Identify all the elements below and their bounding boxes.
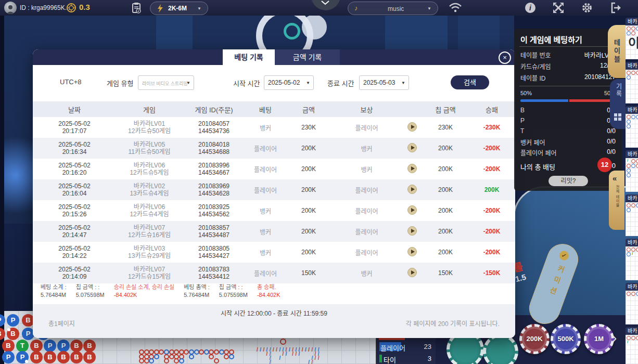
- divider: [519, 46, 617, 47]
- road-marker: B: [30, 351, 43, 363]
- tab-amount-history[interactable]: 금액 기록: [275, 49, 340, 65]
- result-stats-panel: 플레이어 23 타이 3: [376, 335, 436, 364]
- bolt-icon: [157, 4, 164, 12]
- game-cell: 바카라LV0712카드슈16게임: [116, 224, 183, 239]
- total-label: 승리 손실 소계, 승리 손실: [114, 283, 174, 291]
- replay-button[interactable]: [407, 268, 417, 277]
- bet-record-icon[interactable]: [131, 2, 142, 14]
- total-value: 5.76484M: [41, 291, 67, 299]
- mini-board[interactable]: 바카: [626, 106, 638, 148]
- mini-board-grid: 이: [626, 25, 638, 59]
- next-chips-button[interactable]: ›: [612, 330, 617, 346]
- header-cell: 금액: [286, 105, 331, 114]
- slash-road-marker: /: [292, 351, 294, 357]
- small-road-marker: [189, 354, 194, 359]
- wifi-icon[interactable]: [449, 2, 462, 14]
- bet-range-select[interactable]: 2K-6M ▼: [150, 2, 208, 15]
- chip-button-500k[interactable]: 500K: [551, 324, 581, 354]
- end-time-label: 종료 시간: [327, 78, 354, 88]
- small-road-marker: [194, 349, 199, 355]
- tab-records[interactable]: 기록: [610, 79, 626, 129]
- game-type-value: 라이브 비디오 스트리밍: [142, 80, 188, 87]
- mini-board-title: 바카: [626, 18, 638, 25]
- tie-stat-count: 3: [428, 355, 431, 362]
- mini-board[interactable]: 바카: [626, 283, 638, 324]
- mini-board[interactable]: 바카: [626, 62, 638, 103]
- end-date-select[interactable]: 2025-05-03 ▼: [359, 75, 409, 90]
- mini-board-title: 바카: [626, 283, 638, 291]
- mini-board-title: 바카: [626, 106, 638, 114]
- slash-road-marker: /: [299, 351, 300, 357]
- payout-cell: 플레이어: [331, 206, 402, 215]
- chevron-down-icon: ▼: [197, 6, 201, 11]
- result-cell: -200K: [468, 165, 515, 173]
- mini-board[interactable]: 바카/: [626, 327, 638, 364]
- mini-board[interactable]: 바카/: [626, 150, 638, 192]
- tab-tables[interactable]: 테이블: [608, 25, 626, 78]
- road-marker: [636, 115, 638, 119]
- fullscreen-icon[interactable]: [553, 2, 564, 14]
- logout-icon[interactable]: [610, 2, 621, 14]
- tab-bet-history[interactable]: 베팅 기록: [223, 49, 275, 65]
- replay-button[interactable]: [407, 185, 417, 194]
- table-row: 2025-05-0220:14:22바카라LV0313카드슈29게임201083…: [33, 242, 515, 263]
- studio-panel: [385, 16, 448, 50]
- replay-button[interactable]: [407, 247, 417, 256]
- bet-cell: 뱅커: [245, 206, 286, 215]
- total-label: 칩 금액 : :: [219, 283, 248, 291]
- mini-board[interactable]: 바카이: [626, 18, 638, 59]
- avatar[interactable]: [4, 2, 17, 14]
- collapse-topbar-button[interactable]: [311, 0, 340, 10]
- replay-button[interactable]: [407, 226, 417, 236]
- game-cell: 바카라LV0213카드슈4게임: [116, 183, 183, 197]
- start-date-select[interactable]: 2025-05-02 ▼: [264, 75, 314, 90]
- total-value: 5.76484M: [184, 291, 210, 299]
- page-count: 총1페이지: [48, 319, 75, 328]
- road-marker: [627, 75, 631, 80]
- search-button[interactable]: 검색: [451, 75, 489, 89]
- slash-road-marker: /: [308, 347, 310, 353]
- limit-button[interactable]: 리밋?: [548, 176, 588, 186]
- replay-button[interactable]: [407, 143, 417, 152]
- music-note-icon: ♪: [354, 4, 358, 12]
- tie-slash-marker: /: [632, 251, 633, 256]
- app-root: ✓ 커미션 롤 1.5 PPBBBBPPBTBPPBBPPBBBBB//////…: [0, 0, 638, 364]
- payout-cell: 플레이어: [331, 186, 402, 194]
- header-cell: 칩 금액: [423, 105, 468, 114]
- banker-percent: 50%: [520, 90, 532, 96]
- game-type-select[interactable]: 라이브 비디오 스트리밍 ▼: [138, 75, 194, 90]
- small-road-marker: [224, 354, 229, 359]
- road-marker: B: [44, 351, 56, 363]
- replay-button[interactable]: [407, 164, 417, 173]
- collapse-tables-tab[interactable]: « 전체 테이블: [609, 171, 624, 230]
- amount-cell: 200K: [286, 145, 331, 152]
- pair-dot: [25, 360, 28, 363]
- road-marker: [631, 27, 635, 31]
- info-icon[interactable]: i: [525, 2, 536, 14]
- studio-teal-decor: [284, 23, 300, 40]
- chip-button-1m[interactable]: 1M: [584, 324, 614, 354]
- replay-button[interactable]: [407, 122, 417, 132]
- close-button[interactable]: ×: [499, 51, 511, 64]
- mini-board[interactable]: 바카/: [626, 239, 638, 280]
- road-marker: [627, 124, 631, 128]
- table-row: 2025-05-0220:14:47바카라LV0712카드슈16게임201083…: [33, 221, 515, 242]
- total-label: 베팅 총액 :: [184, 283, 210, 291]
- replay-button[interactable]: [407, 205, 417, 215]
- table-row: 2025-05-0220:16:04바카라LV0213카드슈4게임2010839…: [33, 179, 515, 200]
- music-select[interactable]: ♪ music ▼: [348, 2, 438, 15]
- small-road-marker: [204, 349, 209, 355]
- replay-cell: [402, 143, 423, 154]
- chip-button-200k[interactable]: 200K: [519, 324, 550, 354]
- header-cell: 승패: [468, 105, 515, 114]
- slash-road-marker: /: [273, 347, 274, 353]
- slash-road-marker: /: [305, 347, 307, 353]
- total-value: -84.402K: [114, 291, 174, 299]
- stat-label: 뱅커 페어: [520, 138, 545, 147]
- per-page-note: 각 페이지에 200 기록이 표시됩니다.: [406, 319, 500, 328]
- mini-board[interactable]: 바카: [626, 194, 638, 236]
- gear-icon[interactable]: [581, 2, 593, 14]
- table-row: 2025-05-0220:15:26바카라LV0612카드슈4게임2010839…: [33, 200, 515, 221]
- mini-board-grid: /: [626, 158, 638, 192]
- road-marker: [636, 159, 638, 163]
